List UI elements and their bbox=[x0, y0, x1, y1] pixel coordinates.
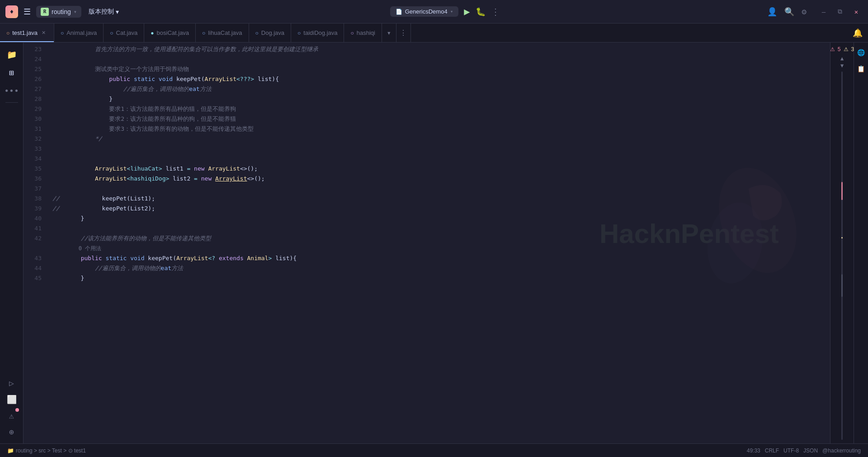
sidebar-structure-icon[interactable]: ⊞ bbox=[4, 64, 20, 81]
username-text: @hackerrouting bbox=[822, 447, 861, 454]
tab-icon-animal: ○ bbox=[61, 30, 64, 36]
notification-bell-icon[interactable]: 🔔 bbox=[853, 28, 863, 38]
right-sidebar-world-icon[interactable]: 🌐 bbox=[855, 46, 868, 59]
code-line-40: } bbox=[51, 214, 830, 224]
app-logo: ♦ bbox=[5, 5, 18, 18]
menu-button[interactable]: ☰ bbox=[22, 5, 33, 18]
tab-close-test1[interactable]: ✕ bbox=[40, 29, 47, 37]
line-num-35: 35 bbox=[24, 164, 47, 174]
status-breadcrumb[interactable]: 📁 routing > src > Test > ⊙ test1 bbox=[5, 447, 88, 454]
line-num-31: 31 bbox=[24, 124, 47, 134]
line-num-43: 43 bbox=[24, 253, 47, 263]
sidebar-explorer-icon[interactable]: 📁 bbox=[4, 46, 20, 62]
run-config-selector[interactable]: 📄 GenericsDemo4 ▾ bbox=[390, 6, 459, 17]
code-line-25: 测试类中定义一个方法用于饲养动物 bbox=[51, 64, 830, 74]
sidebar-more-icon[interactable]: ••• bbox=[4, 82, 20, 99]
position-text: 49:33 bbox=[747, 447, 760, 454]
status-position[interactable]: 49:33 bbox=[745, 447, 762, 454]
restore-button[interactable]: ⧉ bbox=[834, 5, 846, 18]
right-sidebar-clipboard-icon[interactable]: 📋 bbox=[855, 62, 868, 75]
right-panel: ⚠ 5 ⚠ 3 ▲ ▼ bbox=[830, 43, 854, 443]
next-error-button[interactable]: ▼ bbox=[840, 62, 844, 69]
tab-label-test1: test1.java bbox=[12, 29, 38, 36]
line-num-29: 29 bbox=[24, 104, 47, 114]
tab-hashiqi-java[interactable]: ○ hashiqi bbox=[344, 24, 382, 42]
line-ending-text: CRLF bbox=[765, 447, 779, 454]
run-button[interactable]: ▶ bbox=[464, 6, 470, 17]
folder-icon: 📁 bbox=[7, 447, 14, 454]
line-num-24: 24 bbox=[24, 54, 47, 64]
more-actions-button[interactable]: ⋮ bbox=[491, 6, 500, 17]
profile-icon[interactable]: 👤 bbox=[767, 7, 777, 16]
code-container: 23 24 25 26 27 28 29 30 31 32 33 34 35 3… bbox=[24, 43, 830, 443]
tab-animal-java[interactable]: ○ Animal.java bbox=[54, 24, 104, 42]
status-line-ending[interactable]: CRLF bbox=[763, 447, 781, 454]
code-line-42: //该方法能养所有的动物，但是不能传递其他类型 bbox=[51, 233, 830, 243]
sidebar-run-icon[interactable]: ▷ bbox=[4, 375, 20, 391]
line-num-42: 42 bbox=[24, 233, 47, 243]
code-line-42-annotation: 0 个用法 bbox=[51, 243, 830, 253]
debug-button[interactable]: 🐛 bbox=[476, 7, 486, 16]
line-num-42a bbox=[24, 243, 47, 253]
sidebar-problems-icon[interactable]: ⚠ bbox=[4, 407, 20, 424]
settings-icon[interactable]: ⚙ bbox=[802, 7, 807, 16]
code-line-39: // keepPet(List2); bbox=[51, 204, 830, 214]
right-sidebar: 🌐 📋 bbox=[854, 43, 868, 443]
tab-bosicat-java[interactable]: ● bosiCat.java bbox=[144, 24, 196, 42]
vcs-label: 版本控制 bbox=[89, 8, 114, 16]
tab-icon-test1: ○ bbox=[6, 30, 9, 36]
code-line-35: ArrayList <lihuaCat> list1 = new ArrayLi… bbox=[51, 164, 830, 174]
close-button[interactable]: ✕ bbox=[850, 5, 863, 18]
scrollbar-track[interactable] bbox=[841, 71, 843, 440]
prev-error-button[interactable]: ▲ bbox=[840, 55, 844, 62]
project-name: routing bbox=[52, 8, 71, 15]
tab-icon-bosicat: ● bbox=[151, 30, 154, 36]
status-username[interactable]: @hackerrouting bbox=[821, 447, 863, 454]
tab-cat-java[interactable]: ○ Cat.java bbox=[104, 24, 144, 42]
sidebar-terminal-icon[interactable]: ⬜ bbox=[4, 391, 20, 407]
status-filetype[interactable]: JSON bbox=[802, 447, 820, 454]
code-line-38: // keepPet(List1); bbox=[51, 194, 830, 204]
code-line-26: public static void keepPet( ArrayList <?… bbox=[51, 74, 830, 84]
sidebar-git-icon[interactable]: ⊕ bbox=[4, 424, 20, 440]
line-num-34: 34 bbox=[24, 154, 47, 164]
line-num-45: 45 bbox=[24, 273, 47, 283]
tabs-overflow-button[interactable]: ▾ bbox=[382, 24, 396, 42]
nav-arrows: ▲ ▼ bbox=[840, 55, 844, 69]
vcs-chevron-icon: ▾ bbox=[116, 8, 119, 15]
project-selector[interactable]: R routing ▾ bbox=[36, 6, 81, 18]
tab-test1-java[interactable]: ○ test1.java ✕ bbox=[0, 24, 54, 42]
line-num-28: 28 bbox=[24, 94, 47, 104]
vcs-control[interactable]: 版本控制 ▾ bbox=[85, 6, 123, 18]
code-content[interactable]: 首先方法的方向一致，使用通配符的集合可以当作参数，此时这里就是要创建泛型继承 测… bbox=[51, 43, 830, 443]
line-num-37: 37 bbox=[24, 184, 47, 194]
code-line-36: ArrayList <hashiqiDog> list2 = new Array… bbox=[51, 174, 830, 184]
tab-label-dog: Dog.java bbox=[261, 29, 284, 36]
main-area: 📁 ⊞ ••• ▷ ⬜ ⚠ ⊕ HacknPentest 23 bbox=[0, 43, 868, 443]
window-controls: — ⧉ ✕ bbox=[817, 5, 863, 18]
line-num-36: 36 bbox=[24, 174, 47, 184]
sidebar-bottom: ▷ ⬜ ⚠ ⊕ bbox=[4, 375, 20, 440]
tabbar: ○ test1.java ✕ ○ Animal.java ○ Cat.java … bbox=[0, 24, 868, 43]
tab-label-cat: Cat.java bbox=[116, 29, 138, 36]
project-chevron-icon: ▾ bbox=[74, 9, 77, 15]
editor-area[interactable]: HacknPentest 23 24 25 26 27 28 29 30 31 … bbox=[24, 43, 830, 443]
tabs-more-button[interactable]: ⋮ bbox=[396, 24, 411, 42]
search-icon[interactable]: 🔍 bbox=[784, 7, 794, 16]
left-sidebar: 📁 ⊞ ••• ▷ ⬜ ⚠ ⊕ bbox=[0, 43, 24, 443]
tab-notification-area: 🔔 bbox=[847, 24, 868, 42]
tab-lihuacat-java[interactable]: ○ lihuaCat.java bbox=[196, 24, 249, 42]
code-line-34 bbox=[51, 154, 830, 164]
tab-dog-java[interactable]: ○ Dog.java bbox=[249, 24, 292, 42]
status-encoding[interactable]: UTF-8 bbox=[782, 447, 801, 454]
line-num-30: 30 bbox=[24, 114, 47, 124]
code-line-31: 要求3：该方法能养所有的动物，但是不能传递其他类型 bbox=[51, 124, 830, 134]
minimize-button[interactable]: — bbox=[817, 5, 830, 18]
code-line-28: } bbox=[51, 94, 830, 104]
code-line-41 bbox=[51, 224, 830, 233]
status-right: 49:33 CRLF UTF-8 JSON @hackerrouting bbox=[745, 447, 863, 454]
error-count: 5 bbox=[838, 46, 841, 52]
encoding-text: UTF-8 bbox=[783, 447, 799, 454]
tab-taididog-java[interactable]: ○ taidiDog.java bbox=[291, 24, 344, 42]
run-config-chevron-icon: ▾ bbox=[450, 9, 453, 14]
